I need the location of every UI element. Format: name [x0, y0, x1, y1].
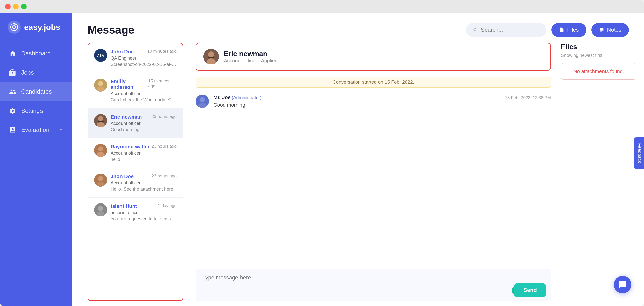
sidebar-label-candidates: Candidates [21, 88, 52, 95]
message-item-eric-newman[interactable]: Eric newman 23 hours ago Account officer… [88, 109, 183, 138]
files-icon [559, 27, 565, 33]
close-button[interactable] [5, 4, 11, 9]
sender-name: Raymond watler [111, 144, 149, 150]
msg-content: Mr. Joe (Administrator) 15 Feb, 2022, 12… [213, 95, 551, 108]
svg-point-5 [98, 81, 103, 86]
message-item-talent-hunt[interactable]: talent Hunt 1 day ago account officer Yo… [88, 198, 183, 227]
search-box[interactable] [466, 23, 546, 37]
notes-button[interactable]: Notes [591, 23, 629, 37]
message-row: Mr. Joe (Administrator) 15 Feb, 2022, 12… [196, 95, 551, 108]
message-time: 1 day ago [158, 203, 177, 208]
chat-meta: Account officer | Applied [224, 58, 278, 64]
sidebar-item-settings[interactable]: Settings [0, 101, 72, 120]
message-preview: Hello, See the attachment here, [111, 187, 177, 192]
files-title: Files [561, 43, 636, 51]
message-item-john-doe[interactable]: ASA John Doe 10 minutes ago QA Engineer … [88, 43, 183, 73]
top-actions: Files Notes [466, 23, 629, 37]
svg-point-21 [208, 51, 214, 57]
chat-header: Eric newman Account officer | Applied [196, 43, 551, 71]
sender-name: Emiliy anderson [111, 79, 148, 90]
msg-role-badge: (Administrator) [232, 95, 261, 100]
message-item-raymond-watler[interactable]: Raymond watler 23 hours ago Account offi… [88, 138, 183, 168]
home-icon [9, 49, 17, 57]
svg-rect-22 [208, 57, 214, 58]
message-item-emiliy-anderson[interactable]: Emiliy anderson 15 minutes ago Account o… [88, 73, 183, 109]
message-list: ASA John Doe 10 minutes ago QA Engineer … [88, 43, 183, 301]
content-area: ASA John Doe 10 minutes ago QA Engineer … [72, 43, 644, 306]
message-input-area: G Send [196, 269, 551, 301]
chat-name: Eric newman [224, 50, 278, 58]
sidebar-item-evaluation[interactable]: Evaluation [0, 120, 72, 140]
files-button[interactable]: Files [551, 23, 586, 37]
svg-point-18 [98, 206, 103, 211]
message-preview: You are requested to take assessmen... [111, 216, 177, 222]
main-content: Message Files Notes [72, 13, 644, 306]
message-input[interactable] [202, 274, 544, 294]
conversation-tag: Conversation started on 15 Feb, 2022. [196, 77, 551, 88]
jobs-icon [9, 69, 17, 77]
msg-text: Good morning [213, 102, 551, 108]
message-preview: hello [111, 157, 177, 162]
sender-name: John Doe [111, 49, 134, 55]
svg-point-8 [98, 116, 103, 121]
files-subtitle: Showing newest first [561, 53, 636, 58]
sidebar-item-candidates[interactable]: Candidates [0, 82, 72, 101]
message-role: Account officer [111, 91, 177, 96]
chevron-down-icon [58, 127, 64, 133]
sidebar-label-jobs: Jobs [21, 69, 34, 76]
message-role: Account officer [111, 151, 177, 156]
sidebar-item-jobs[interactable]: Jobs [0, 63, 72, 82]
chat-header-avatar [203, 49, 219, 64]
message-time: 23 hours ago [152, 114, 177, 119]
message-role: QA Engineer [111, 56, 177, 61]
sender-name: Eric newman [111, 114, 142, 120]
avatar-john-doe: ASA [94, 49, 107, 62]
messages-body: Mr. Joe (Administrator) 15 Feb, 2022, 12… [196, 95, 551, 264]
message-preview: Good morning [111, 127, 177, 132]
sidebar-label-evaluation: Evaluation [21, 126, 49, 133]
message-preview: Screenshot-on-2022-02-15-at-14-03-2... [111, 62, 177, 67]
search-input[interactable] [481, 27, 539, 33]
message-time: 15 minutes ago [148, 79, 177, 89]
minimize-button[interactable] [13, 4, 19, 9]
feedback-tab[interactable]: Feedback [634, 137, 644, 169]
sidebar: easy.jobs Dashboard Jobs Candidates [0, 13, 72, 306]
files-panel: Files Showing newest first No attachment… [558, 43, 644, 306]
avatar-eric-newman [94, 114, 107, 127]
sender-name: talent Hunt [111, 203, 137, 209]
message-role: account officer [111, 210, 177, 215]
avatar-jhon-doe [94, 174, 107, 187]
svg-point-1 [13, 26, 16, 29]
svg-point-12 [98, 146, 103, 151]
msg-time: 15 Feb, 2022, 12:38 PM [505, 95, 551, 100]
chat-float-button[interactable] [614, 276, 631, 293]
avatar-emiliy-anderson [94, 79, 107, 92]
notes-icon [599, 27, 605, 33]
logo-icon [8, 21, 21, 34]
sidebar-label-settings: Settings [21, 107, 43, 114]
message-time: 23 hours ago [152, 144, 177, 149]
maximize-button[interactable] [21, 4, 27, 9]
evaluation-icon [9, 126, 17, 134]
message-time: 23 hours ago [152, 174, 177, 179]
send-button[interactable]: Send [514, 283, 546, 297]
app-body: easy.jobs Dashboard Jobs Candidates [0, 13, 644, 306]
logo-text: easy.jobs [24, 23, 60, 32]
chat-area: Eric newman Account officer | Applied Co… [188, 43, 558, 306]
app-window: easy.jobs Dashboard Jobs Candidates [0, 0, 644, 306]
avatar-raymond-watler [94, 144, 107, 157]
page-title: Message [88, 24, 134, 36]
message-item-jhon-doe[interactable]: Jhon Doe 23 hours ago Account officer He… [88, 168, 183, 198]
settings-icon [9, 107, 17, 115]
logo: easy.jobs [0, 21, 72, 44]
svg-rect-9 [98, 121, 104, 122]
message-preview: Can I check the Work update? [111, 97, 177, 103]
search-icon [473, 27, 478, 33]
candidates-icon [9, 88, 17, 96]
sidebar-item-dashboard[interactable]: Dashboard [0, 44, 72, 63]
message-role: Account officer [111, 121, 177, 126]
msg-avatar-mr-joe [196, 95, 209, 108]
top-bar: Message Files Notes [72, 13, 644, 43]
sidebar-label-dashboard: Dashboard [21, 50, 51, 57]
message-time: 10 minutes ago [147, 49, 177, 54]
